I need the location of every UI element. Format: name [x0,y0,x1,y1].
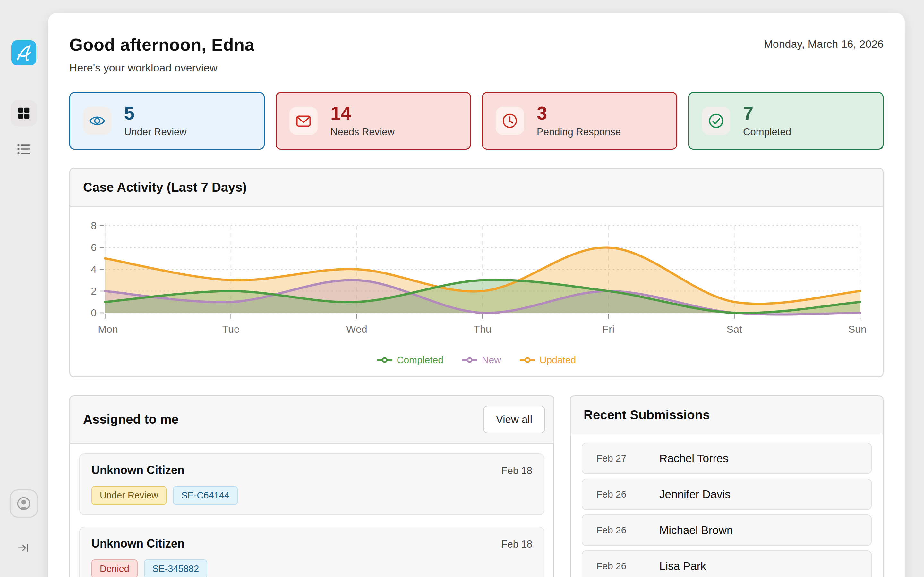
mail-icon [295,113,312,129]
stat-card-needs-review[interactable]: 14 Needs Review [276,92,471,150]
submission-name: Lisa Park [659,560,706,572]
submission-name: Jennifer Davis [659,488,730,501]
main-content-card: Good afternoon, Edna Here's your workloa… [48,13,905,577]
activity-chart: 02468MonTueWedThuFriSatSun [86,218,867,353]
page-subtitle: Here's your workload overview [69,61,254,74]
stats-row: 5 Under Review 14 Needs Review [69,92,884,150]
case-name: Unknown Citizen [91,464,184,477]
status-badge: Denied [91,559,137,577]
chart-legend: Completed New Updated [86,355,867,367]
case-id-badge: SE-345882 [144,559,207,577]
recent-panel-header: Recent Submissions [571,396,883,434]
clock-icon [501,113,518,129]
stat-icon-box [702,107,730,135]
collapse-sidebar-button[interactable] [17,541,31,556]
sidebar-item-dashboard[interactable] [11,100,37,126]
chart-body: 02468MonTueWedThuFriSatSun Completed New [70,207,883,376]
svg-text:0: 0 [91,307,97,319]
legend-marker-icon [377,356,393,364]
svg-text:Tue: Tue [222,324,240,335]
case-id-badge: SE-C64144 [173,486,238,505]
user-circle-icon [15,495,32,512]
svg-text:Thu: Thu [473,324,491,335]
stat-value: 5 [124,104,187,122]
case-date: Feb 18 [501,465,532,477]
stat-value: 14 [330,104,395,122]
case-list-item[interactable]: Unknown Citizen Feb 18 Denied SE-345882 [79,527,544,577]
legend-label: New [482,355,501,366]
case-name: Unknown Citizen [91,537,184,550]
stat-value: 3 [537,104,621,122]
stat-card-completed[interactable]: 7 Completed [688,92,884,150]
submission-name: Michael Brown [659,524,733,537]
case-activity-panel: Case Activity (Last 7 Days) 02468MonTueW… [69,168,884,377]
assigned-title: Assigned to me [83,412,179,427]
sidebar [0,0,47,577]
grid-icon [16,106,31,121]
logo-a-icon [15,44,33,62]
stat-icon-box [289,107,318,135]
bottom-panels-row: Assigned to me View all Unknown Citizen … [69,395,884,577]
case-list-item[interactable]: Unknown Citizen Feb 18 Under Review SE-C… [79,453,544,515]
submission-date: Feb 26 [596,561,659,572]
legend-item-completed[interactable]: Completed [377,355,443,366]
assigned-panel-header: Assigned to me View all [70,396,553,444]
stat-label: Needs Review [330,126,395,138]
recent-title: Recent Submissions [583,408,710,422]
list-icon [17,142,31,156]
legend-label: Updated [540,355,576,366]
stat-label: Completed [743,126,791,138]
svg-text:8: 8 [91,220,97,231]
legend-label: Completed [397,355,443,366]
submission-date: Feb 27 [596,453,659,464]
sidebar-footer [10,490,38,556]
legend-item-updated[interactable]: Updated [520,355,576,366]
submission-row[interactable]: Feb 26 Michael Brown [582,514,872,546]
stat-icon-box [83,107,111,135]
stat-card-pending-response[interactable]: 3 Pending Response [482,92,677,150]
stat-card-under-review[interactable]: 5 Under Review [69,92,265,150]
assigned-to-me-panel: Assigned to me View all Unknown Citizen … [69,395,554,577]
submission-date: Feb 26 [596,489,659,500]
current-date: Monday, March 16, 2026 [764,38,884,50]
sidebar-item-list[interactable] [11,136,37,162]
svg-text:Mon: Mon [98,324,118,335]
submission-row[interactable]: Feb 27 Rachel Torres [582,443,872,474]
view-all-button[interactable]: View all [483,406,545,434]
stat-label: Under Review [124,126,187,138]
submission-date: Feb 26 [596,525,659,536]
svg-text:Wed: Wed [346,324,367,335]
submission-row[interactable]: Feb 26 Lisa Park [582,550,872,577]
page-title: Good afternoon, Edna [69,35,254,55]
submission-name: Rachel Torres [659,452,728,465]
stat-icon-box [496,107,524,135]
page-header: Good afternoon, Edna Here's your workloa… [69,35,884,74]
status-badge: Under Review [91,486,166,505]
recent-submissions-list: Feb 27 Rachel Torres Feb 26 Jennifer Dav… [571,434,883,577]
svg-text:6: 6 [91,242,97,253]
chart-title: Case Activity (Last 7 Days) [83,180,247,195]
submission-row[interactable]: Feb 26 Jennifer Davis [582,479,872,510]
svg-text:2: 2 [91,285,97,297]
stat-label: Pending Response [537,126,621,138]
recent-submissions-panel: Recent Submissions Feb 27 Rachel Torres … [570,395,884,577]
app-logo[interactable] [11,40,36,65]
legend-marker-icon [520,356,535,364]
arrow-to-bar-icon [17,541,31,555]
legend-marker-icon [462,356,477,364]
svg-text:4: 4 [91,263,97,275]
check-circle-icon [708,113,724,129]
svg-text:Sat: Sat [726,324,742,335]
chart-panel-header: Case Activity (Last 7 Days) [70,169,883,207]
assigned-list: Unknown Citizen Feb 18 Under Review SE-C… [70,444,553,577]
svg-text:Sun: Sun [848,324,867,335]
account-button[interactable] [10,490,38,518]
stat-value: 7 [743,104,791,122]
eye-icon [89,113,105,129]
case-date: Feb 18 [501,538,532,550]
svg-text:Fri: Fri [603,324,615,335]
legend-item-new[interactable]: New [462,355,501,366]
